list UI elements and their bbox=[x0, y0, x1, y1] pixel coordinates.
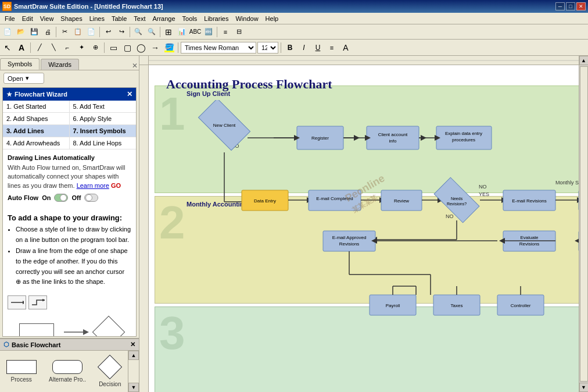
menu-view[interactable]: View bbox=[37, 14, 58, 23]
scroll-thumb[interactable] bbox=[580, 66, 588, 382]
wizard-step-1-left[interactable]: 1. Get Started bbox=[3, 101, 70, 112]
menu-table[interactable]: Table bbox=[108, 14, 130, 23]
zoom-in-button[interactable]: 🔍 bbox=[132, 26, 145, 38]
menu-edit[interactable]: Edit bbox=[19, 14, 37, 23]
scroll-down-arrow[interactable]: ▼ bbox=[128, 383, 139, 392]
menu-file[interactable]: File bbox=[1, 14, 19, 23]
scroll-top-arrow[interactable]: ▲ bbox=[579, 56, 589, 65]
save-button[interactable]: 💾 bbox=[28, 26, 41, 38]
fc-shape-alternate[interactable]: Alternate Pro.. bbox=[49, 360, 86, 383]
wizard-close-button[interactable]: ✕ bbox=[127, 90, 132, 98]
menu-window[interactable]: Window bbox=[232, 14, 261, 23]
svg-text:Data Entry: Data Entry bbox=[254, 198, 276, 204]
wizard-step-1: 1. Get Started 5. Add Text bbox=[3, 101, 136, 113]
zoom-out-button[interactable]: 🔍 bbox=[145, 26, 158, 38]
scroll-bottom-arrow[interactable]: ▼ bbox=[579, 383, 589, 392]
basic-flowchart-items: Process Alternate Pro.. Decision bbox=[0, 351, 128, 392]
wizard-step-2-right[interactable]: 6. Apply Style bbox=[70, 113, 137, 124]
connector-tool[interactable]: ⊕ bbox=[89, 42, 102, 54]
svg-text:E-mail Approved: E-mail Approved bbox=[332, 235, 367, 240]
fill-color[interactable]: 🪣 bbox=[163, 42, 175, 54]
preview-rectangle bbox=[19, 323, 54, 337]
decision-wrap bbox=[98, 355, 121, 379]
new-button[interactable]: 📄 bbox=[1, 26, 14, 38]
wizards-tab[interactable]: Wizards bbox=[41, 59, 79, 70]
fc-shape-decision[interactable]: Decision bbox=[98, 355, 121, 387]
underline-button[interactable]: U bbox=[311, 42, 324, 54]
menu-text[interactable]: Text bbox=[130, 14, 149, 23]
wizard-title: Flowchart Wizard bbox=[15, 91, 67, 98]
menu-help[interactable]: Help bbox=[262, 14, 282, 23]
open-dropdown[interactable]: Open ▾ bbox=[3, 73, 44, 84]
menu-shapes[interactable]: Shapes bbox=[57, 14, 85, 23]
auto-flow-on-toggle[interactable] bbox=[54, 194, 68, 202]
svg-text:Client account: Client account bbox=[378, 132, 408, 137]
wizard-step-1-right[interactable]: 5. Add Text bbox=[70, 101, 137, 112]
panel-close-button[interactable]: ✕ bbox=[132, 62, 138, 70]
menu-lines[interactable]: Lines bbox=[86, 14, 108, 23]
cut-button[interactable]: ✂ bbox=[58, 26, 71, 38]
bold-button[interactable]: B bbox=[284, 42, 296, 54]
insert-chart-button[interactable]: 📊 bbox=[175, 26, 188, 38]
preview-shapes bbox=[3, 313, 136, 337]
line-tool-1[interactable]: ╱ bbox=[33, 42, 46, 54]
minimize-button[interactable]: ─ bbox=[555, 2, 565, 10]
titlebar-controls[interactable]: ─ □ ✕ bbox=[555, 2, 586, 10]
menu-tools[interactable]: Tools bbox=[179, 14, 201, 23]
auto-flow-off-toggle[interactable] bbox=[84, 194, 98, 202]
text-tool[interactable]: A bbox=[15, 42, 28, 54]
sep7 bbox=[104, 42, 105, 53]
menu-libraries[interactable]: Libraries bbox=[200, 14, 232, 23]
italic-button[interactable]: I bbox=[297, 42, 310, 54]
scroll-up-arrow[interactable]: ▲ bbox=[128, 351, 139, 360]
svg-text:Explain data entry: Explain data entry bbox=[445, 131, 482, 136]
copy-button[interactable]: 📋 bbox=[71, 26, 84, 38]
font-select[interactable]: Times New Roman Arial Helvetica bbox=[181, 42, 256, 54]
font-color-button[interactable]: A bbox=[339, 42, 352, 54]
maximize-button[interactable]: □ bbox=[566, 2, 575, 10]
ruler-corner bbox=[139, 56, 149, 65]
wizard-step-3-left[interactable]: 3. Add Lines bbox=[3, 125, 70, 137]
insert-table-button[interactable]: ⊞ bbox=[162, 26, 175, 38]
paste-button[interactable]: 📄 bbox=[85, 26, 98, 38]
wizard-step-4-left[interactable]: 4. Add Arrowheads bbox=[3, 137, 70, 149]
line-tool-3[interactable]: ⌐ bbox=[61, 42, 74, 54]
font-size-select[interactable]: 12 8 10 14 16 18 bbox=[257, 42, 278, 54]
rect-shape[interactable]: ▭ bbox=[107, 42, 120, 54]
basic-flowchart-close[interactable]: ✕ bbox=[130, 341, 135, 348]
print-button[interactable]: 🖨 bbox=[41, 26, 54, 38]
symbols-tab[interactable]: Symbols bbox=[0, 58, 40, 70]
flowchart-svg: YES NO YES NO New Clie bbox=[184, 100, 579, 392]
app-icon: SD bbox=[2, 2, 12, 11]
align-button[interactable]: ≡ bbox=[219, 26, 232, 38]
wizard-step-3-right[interactable]: 7. Insert Symbols bbox=[70, 125, 137, 137]
arrow-shape[interactable]: → bbox=[149, 42, 162, 54]
elbow-line-button[interactable] bbox=[28, 295, 47, 309]
align-text-button[interactable]: ≡ bbox=[325, 42, 338, 54]
menu-arrange[interactable]: Arrange bbox=[149, 14, 178, 23]
sep2 bbox=[99, 27, 100, 37]
rounded-shape[interactable]: ▢ bbox=[121, 42, 134, 54]
open-button[interactable]: 📂 bbox=[15, 26, 27, 38]
straight-line-button[interactable] bbox=[8, 295, 26, 309]
svg-text:Payroll: Payroll bbox=[386, 303, 400, 308]
wizard-step-4-right[interactable]: 8. Add Line Hops bbox=[70, 137, 137, 149]
redo-button[interactable]: ↪ bbox=[115, 26, 128, 38]
oval-shape[interactable]: ◯ bbox=[135, 42, 148, 54]
wizard-step-2-left[interactable]: 2. Add Shapes bbox=[3, 113, 70, 124]
shape-tool[interactable]: ✦ bbox=[75, 42, 88, 54]
spell-check-button[interactable]: ABC bbox=[189, 26, 202, 38]
go-icon: GO bbox=[111, 182, 121, 189]
format-button[interactable]: 🔤 bbox=[202, 26, 215, 38]
line-tool-2[interactable]: ╲ bbox=[47, 42, 60, 54]
fc-shape-process[interactable]: Process bbox=[6, 360, 37, 383]
close-button[interactable]: ✕ bbox=[576, 2, 586, 10]
auto-flow-on-label: On bbox=[42, 194, 51, 201]
to-add-title: To add a shape to your drawing: bbox=[8, 213, 131, 222]
basic-flowchart-scroll-area: Process Alternate Pro.. Decision bbox=[0, 351, 139, 392]
svg-text:Taxes: Taxes bbox=[451, 303, 463, 308]
select-tool[interactable]: ↖ bbox=[1, 42, 14, 54]
learn-more-link[interactable]: Learn more bbox=[77, 182, 109, 189]
undo-button[interactable]: ↩ bbox=[102, 26, 114, 38]
distribute-button[interactable]: ⊟ bbox=[232, 26, 245, 38]
